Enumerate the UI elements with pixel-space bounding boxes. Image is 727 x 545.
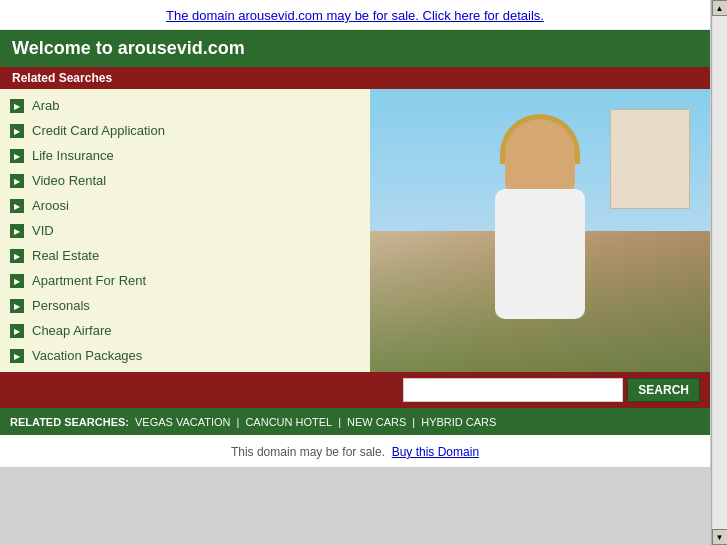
footer-bar: This domain may be for sale. Buy this Do… [0, 435, 710, 467]
arrow-icon [10, 324, 24, 338]
arrow-icon [10, 349, 24, 363]
related-bottom-link[interactable]: VEGAS VACATION [135, 416, 231, 428]
link-item[interactable]: Video Rental [0, 168, 370, 193]
footer-buy-link[interactable]: Buy this Domain [392, 445, 479, 459]
link-item[interactable]: Credit Card Application [0, 118, 370, 143]
link-text: Life Insurance [32, 148, 114, 163]
related-separator: | [237, 416, 240, 428]
related-links-container: VEGAS VACATION|CANCUN HOTEL|NEW CARS|HYB… [135, 414, 496, 429]
scroll-down-button[interactable]: ▼ [712, 529, 728, 545]
link-item[interactable]: Apartment For Rent [0, 268, 370, 293]
link-text: VID [32, 223, 54, 238]
footer-text: This domain may be for sale. [231, 445, 385, 459]
related-searches-bottom: RELATED SEARCHES: VEGAS VACATION|CANCUN … [0, 408, 710, 435]
content-area: ArabCredit Card ApplicationLife Insuranc… [0, 89, 710, 372]
arrow-icon [10, 299, 24, 313]
welcome-text: Welcome to arousevid.com [12, 38, 245, 58]
arrow-icon [10, 124, 24, 138]
related-separator: | [412, 416, 415, 428]
arrow-icon [10, 174, 24, 188]
search-input[interactable] [403, 378, 623, 402]
scroll-track[interactable] [713, 16, 727, 529]
arrow-icon [10, 249, 24, 263]
photo-placeholder [370, 89, 710, 372]
related-searches-label: Related Searches [12, 71, 112, 85]
link-item[interactable]: Cheap Airfare [0, 318, 370, 343]
link-item[interactable]: Personals [0, 293, 370, 318]
link-item[interactable]: Vacation Packages [0, 343, 370, 368]
top-sale-bar: The domain arousevid.com may be for sale… [0, 0, 710, 30]
search-button[interactable]: SEARCH [627, 378, 700, 402]
link-text: Cheap Airfare [32, 323, 112, 338]
link-text: Credit Card Application [32, 123, 165, 138]
related-bottom-link[interactable]: CANCUN HOTEL [245, 416, 332, 428]
arrow-icon [10, 149, 24, 163]
link-item[interactable]: Arab [0, 93, 370, 118]
arrow-icon [10, 224, 24, 238]
link-text: Aroosi [32, 198, 69, 213]
link-item[interactable]: Real Estate [0, 243, 370, 268]
link-text: Vacation Packages [32, 348, 142, 363]
arrow-icon [10, 274, 24, 288]
link-text: Personals [32, 298, 90, 313]
link-item[interactable]: Life Insurance [0, 143, 370, 168]
scrollbar[interactable]: ▲ ▼ [711, 0, 727, 545]
arrow-icon [10, 99, 24, 113]
photo-column [370, 89, 710, 372]
link-text: Arab [32, 98, 59, 113]
link-text: Real Estate [32, 248, 99, 263]
related-separator: | [338, 416, 341, 428]
welcome-bar: Welcome to arousevid.com [0, 30, 710, 67]
related-bottom-link[interactable]: HYBRID CARS [421, 416, 496, 428]
link-item[interactable]: VID [0, 218, 370, 243]
link-text: Apartment For Rent [32, 273, 146, 288]
link-item[interactable]: Aroosi [0, 193, 370, 218]
bottom-search-bar: SEARCH [0, 372, 710, 408]
related-searches-bottom-label: RELATED SEARCHES: [10, 416, 129, 428]
related-bottom-link[interactable]: NEW CARS [347, 416, 406, 428]
sale-link[interactable]: The domain arousevid.com may be for sale… [166, 8, 544, 23]
link-text: Video Rental [32, 173, 106, 188]
scroll-up-button[interactable]: ▲ [712, 0, 728, 16]
links-column: ArabCredit Card ApplicationLife Insuranc… [0, 89, 370, 372]
arrow-icon [10, 199, 24, 213]
related-searches-header: Related Searches [0, 67, 710, 89]
